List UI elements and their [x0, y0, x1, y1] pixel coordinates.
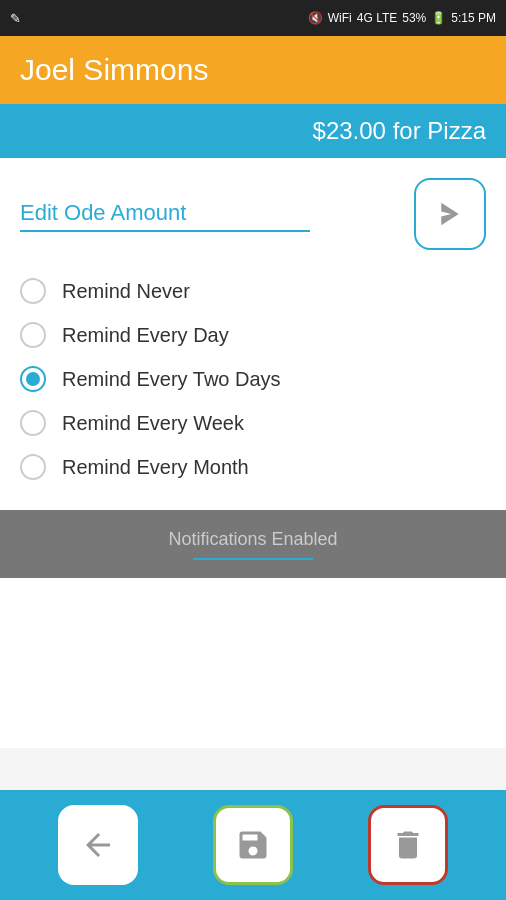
back-icon	[80, 827, 116, 863]
radio-circle-never	[20, 278, 46, 304]
radio-item-twodays[interactable]: Remind Every Two Days	[20, 366, 486, 392]
radio-group: Remind Never Remind Every Day Remind Eve…	[20, 278, 486, 480]
svg-marker-0	[441, 203, 459, 226]
user-header: Joel Simmons	[0, 36, 506, 104]
mute-icon: 🔇	[308, 11, 323, 25]
notifications-underline	[193, 558, 313, 560]
radio-circle-twodays	[20, 366, 46, 392]
battery-percent: 53%	[402, 11, 426, 25]
delete-icon	[390, 827, 426, 863]
send-icon	[435, 199, 465, 229]
radio-label-twodays: Remind Every Two Days	[62, 368, 281, 391]
radio-circle-day	[20, 322, 46, 348]
save-icon	[235, 827, 271, 863]
battery-icon: 🔋	[431, 11, 446, 25]
radio-label-day: Remind Every Day	[62, 324, 229, 347]
amount-input[interactable]	[20, 196, 310, 232]
back-button[interactable]	[58, 805, 138, 885]
status-left: ✎	[10, 11, 21, 26]
radio-item-week[interactable]: Remind Every Week	[20, 410, 486, 436]
radio-inner-twodays	[26, 372, 40, 386]
bottom-nav	[0, 790, 506, 900]
radio-label-week: Remind Every Week	[62, 412, 244, 435]
radio-circle-month	[20, 454, 46, 480]
spacer	[0, 648, 506, 748]
notifications-text: Notifications Enabled	[168, 529, 337, 550]
delete-button[interactable]	[368, 805, 448, 885]
radio-item-never[interactable]: Remind Never	[20, 278, 486, 304]
wifi-icon: WiFi	[328, 11, 352, 25]
radio-label-month: Remind Every Month	[62, 456, 249, 479]
main-content: Remind Never Remind Every Day Remind Eve…	[0, 158, 506, 648]
amount-text: $23.00 for Pizza	[313, 117, 486, 145]
radio-circle-week	[20, 410, 46, 436]
radio-item-day[interactable]: Remind Every Day	[20, 322, 486, 348]
save-button[interactable]	[213, 805, 293, 885]
status-bar: ✎ 🔇 WiFi 4G LTE 53% 🔋 5:15 PM	[0, 0, 506, 36]
user-name: Joel Simmons	[20, 53, 208, 87]
radio-item-month[interactable]: Remind Every Month	[20, 454, 486, 480]
status-icon: ✎	[10, 11, 21, 26]
clock: 5:15 PM	[451, 11, 496, 25]
send-button[interactable]	[414, 178, 486, 250]
amount-bar: $23.00 for Pizza	[0, 104, 506, 158]
radio-label-never: Remind Never	[62, 280, 190, 303]
notifications-bar[interactable]: Notifications Enabled	[0, 510, 506, 578]
network-icon: 4G LTE	[357, 11, 397, 25]
status-right: 🔇 WiFi 4G LTE 53% 🔋 5:15 PM	[308, 11, 496, 25]
input-row	[20, 178, 486, 250]
